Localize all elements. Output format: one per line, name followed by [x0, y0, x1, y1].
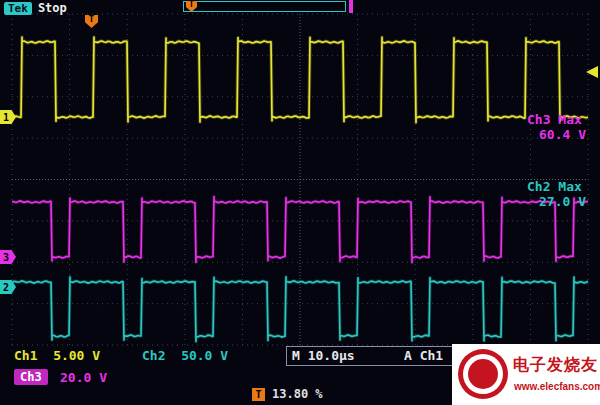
ch3-scale: 20.0 V: [60, 370, 107, 385]
header: Tek Stop: [4, 1, 67, 15]
ch2-label: Ch2: [142, 348, 165, 363]
elecfans-logo-icon: [458, 349, 508, 399]
waveform-ch1: [12, 37, 588, 123]
channel-marker-2: 2: [0, 280, 16, 294]
brand-logo: Tek: [4, 2, 32, 15]
logo-core: [468, 359, 498, 389]
timebase-readout: M 10.0µs: [292, 347, 355, 365]
ch3-badge: Ch3: [14, 369, 48, 385]
waveform-ch2: [12, 277, 588, 342]
ch1-scale-readout: Ch1 5.00 V: [14, 347, 100, 365]
watermark-title: 电子发烧友: [513, 355, 598, 376]
watermark-url: www.elecfans.com: [514, 381, 600, 392]
waveform-ch2: [12, 277, 588, 342]
waveform-ch3: [12, 197, 588, 263]
trigger-position-flag-icon: T: [85, 15, 98, 28]
ch1-scale: 5.00 V: [53, 348, 100, 363]
waveform-ch1: [12, 37, 588, 123]
record-window-box: [183, 1, 346, 12]
ch2-scale: 50.0 V: [181, 348, 228, 363]
ch2-max-value: 27.0 V: [539, 194, 586, 209]
trigger-level-marker-icon: [586, 66, 598, 78]
timebase-label: M: [292, 348, 300, 363]
trigger-readout: A Ch1 ∫: [404, 347, 459, 365]
timebase-value: 10.0µs: [308, 348, 355, 363]
record-window-tick: [349, 0, 353, 13]
acquisition-status: Stop: [38, 1, 67, 15]
watermark: 电子发烧友 www.elecfans.com: [452, 344, 600, 405]
trigger-mode: A: [404, 348, 412, 363]
ch2-scale-readout: Ch2 50.0 V: [142, 347, 228, 365]
channel-marker-3: 3: [0, 250, 16, 264]
trigger-position-badge-icon: T: [252, 388, 265, 401]
ch3-max-value: 60.4 V: [539, 127, 586, 142]
waveform-ch3: [12, 197, 588, 263]
ch1-label: Ch1: [14, 348, 37, 363]
channel-marker-1: 1: [0, 110, 16, 124]
oscilloscope-screen: Tek Stop T T Ch3 Max 60.4 V Ch2 Max 27.0…: [0, 0, 600, 405]
trigger-source: Ch1: [420, 348, 443, 363]
trigger-position-value: 13.80 %: [272, 387, 323, 401]
ch2-max-label: Ch2 Max: [527, 179, 582, 194]
ch3-max-label: Ch3 Max: [527, 112, 582, 127]
